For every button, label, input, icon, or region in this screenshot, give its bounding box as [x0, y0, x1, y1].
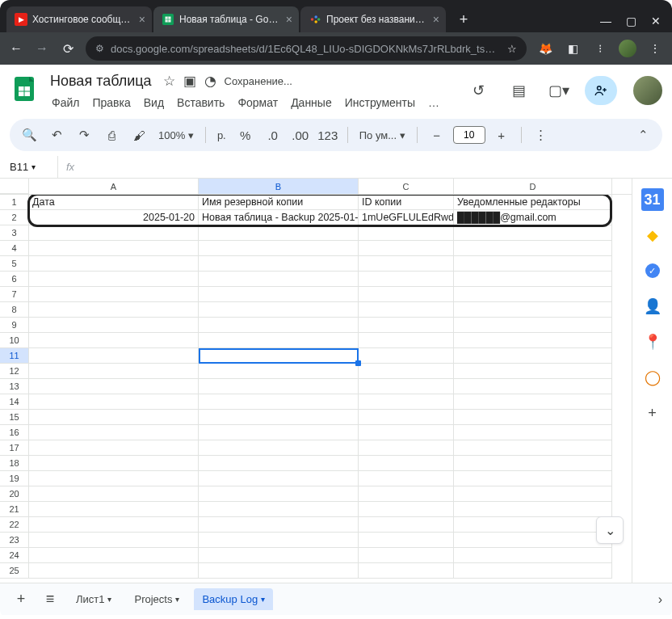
cell[interactable] [359, 394, 454, 410]
cell[interactable] [199, 318, 359, 333]
cell[interactable] [199, 533, 359, 548]
cell[interactable] [454, 471, 612, 486]
menu-file[interactable]: Файл [47, 93, 84, 112]
row-header[interactable]: 7 [0, 287, 29, 302]
row-header[interactable]: 24 [0, 548, 29, 563]
cell[interactable] [454, 440, 612, 456]
explore-button[interactable]: ⌄ [596, 516, 624, 544]
toolbar-more-icon[interactable]: ⋮ [530, 124, 552, 146]
decrease-decimal-icon[interactable]: .0 [262, 124, 284, 146]
tab-close-icon[interactable]: × [139, 13, 145, 26]
cell[interactable] [454, 379, 612, 394]
cell[interactable] [29, 533, 199, 548]
row-header[interactable]: 4 [0, 241, 29, 256]
cell[interactable] [359, 471, 454, 486]
tasks-icon[interactable] [641, 259, 664, 282]
cell[interactable]: ID копии [359, 195, 454, 210]
cell[interactable] [199, 379, 359, 394]
row-header[interactable]: 20 [0, 486, 29, 502]
font-size-minus-icon[interactable]: − [426, 124, 448, 146]
row-header[interactable]: 11 [0, 348, 29, 364]
cell[interactable] [454, 287, 612, 302]
col-header-b[interactable]: B [199, 179, 359, 194]
cell[interactable] [359, 410, 454, 425]
cell[interactable] [29, 287, 199, 302]
menu-insert[interactable]: Вставить [172, 93, 229, 112]
cell[interactable] [29, 379, 199, 394]
cell[interactable] [29, 471, 199, 486]
row-header[interactable]: 23 [0, 533, 29, 548]
cell[interactable] [199, 241, 359, 256]
maximize-icon[interactable]: ▢ [626, 15, 636, 27]
paint-format-icon[interactable]: 🖌 [128, 124, 150, 146]
cell[interactable] [454, 318, 612, 333]
zoom-dropdown[interactable]: 100% ▾ [155, 129, 197, 141]
cell[interactable] [359, 379, 454, 394]
meet-icon[interactable]: ▢▾ [544, 76, 573, 105]
cell[interactable] [29, 456, 199, 471]
cell[interactable] [199, 486, 359, 502]
cell[interactable] [199, 440, 359, 456]
account-avatar[interactable] [633, 76, 662, 105]
doc-title[interactable]: Новая таблица [47, 71, 155, 91]
cell[interactable]: Дата [29, 195, 199, 210]
cell[interactable] [29, 318, 199, 333]
row-header[interactable]: 21 [0, 502, 29, 517]
cell[interactable] [29, 486, 199, 502]
share-button[interactable] [585, 76, 617, 105]
calendar-icon[interactable]: 31 [641, 188, 664, 211]
cell[interactable]: Имя резервной копии [199, 195, 359, 210]
tab-close-icon[interactable]: × [286, 13, 292, 26]
comments-icon[interactable]: ▤ [504, 76, 533, 105]
cell[interactable] [454, 410, 612, 425]
row-header[interactable]: 9 [0, 318, 29, 333]
cell[interactable] [359, 364, 454, 379]
redo-icon[interactable]: ↷ [73, 124, 95, 146]
browser-menu-icon[interactable]: ⁝ [591, 40, 609, 57]
percent-icon[interactable]: % [234, 124, 257, 146]
contacts-icon[interactable]: 👤 [641, 295, 664, 318]
history-icon[interactable]: ↺ [464, 76, 493, 105]
cell[interactable] [199, 287, 359, 302]
cell[interactable] [454, 394, 612, 410]
sheets-logo-icon[interactable] [10, 74, 39, 103]
browser-tab[interactable]: ▶ Хостинговое сообщество × [6, 6, 152, 32]
sheet-tab-active[interactable]: Backup Log▾ [194, 588, 273, 610]
cell[interactable] [454, 563, 612, 579]
font-dropdown[interactable]: По ум... ▾ [356, 129, 409, 141]
all-sheets-button[interactable]: ≡ [39, 588, 61, 611]
cell[interactable] [199, 256, 359, 272]
cell[interactable] [29, 394, 199, 410]
cell[interactable] [359, 517, 454, 533]
cell[interactable] [359, 333, 454, 348]
row-header[interactable]: 19 [0, 471, 29, 486]
cell[interactable] [199, 456, 359, 471]
addon-icon[interactable]: ◯ [641, 366, 664, 389]
cell[interactable] [359, 256, 454, 272]
cell[interactable] [199, 272, 359, 287]
cell[interactable] [199, 517, 359, 533]
menu-format[interactable]: Формат [233, 93, 283, 112]
cell[interactable] [199, 563, 359, 579]
forward-icon[interactable]: → [34, 41, 50, 56]
cell[interactable] [29, 502, 199, 517]
maps-icon[interactable]: 📍 [641, 331, 664, 353]
cell[interactable] [454, 364, 612, 379]
cell[interactable] [454, 256, 612, 272]
cell[interactable] [199, 302, 359, 318]
row-header[interactable]: 17 [0, 440, 29, 456]
menu-more[interactable]: … [423, 93, 444, 112]
row-header[interactable]: 16 [0, 425, 29, 440]
cell[interactable] [359, 425, 454, 440]
scroll-tabs-right-icon[interactable]: › [658, 592, 662, 607]
print-icon[interactable]: ⎙ [100, 124, 123, 146]
search-icon[interactable]: 🔍 [18, 124, 40, 146]
cell[interactable] [454, 333, 612, 348]
row-header[interactable]: 8 [0, 302, 29, 318]
cell[interactable] [359, 318, 454, 333]
row-header[interactable]: 12 [0, 364, 29, 379]
url-bar[interactable]: ⚙ docs.google.com/spreadsheets/d/1Ec6QL4… [86, 36, 527, 61]
cell[interactable] [199, 225, 359, 241]
row-header[interactable]: 15 [0, 410, 29, 425]
row-header[interactable]: 22 [0, 517, 29, 533]
